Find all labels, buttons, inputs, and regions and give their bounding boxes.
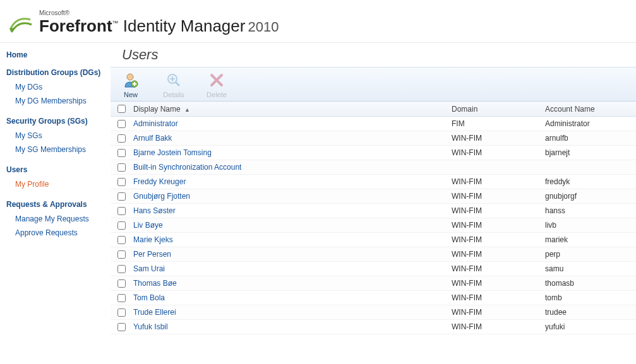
row-name-cell: Hans Søster <box>132 206 452 215</box>
row-domain-cell: WIN-FIM <box>452 322 545 331</box>
row-check-cell <box>111 205 132 217</box>
row-checkbox[interactable] <box>117 265 126 273</box>
row-checkbox[interactable] <box>117 149 126 157</box>
row-check-cell <box>111 176 132 188</box>
row-check-cell <box>111 234 132 246</box>
user-link[interactable]: Marie Kjeks <box>133 235 173 244</box>
col-header-displayname-label: Display Name <box>133 105 181 114</box>
col-header-account[interactable]: Account Name <box>545 105 636 114</box>
user-link[interactable]: Thomas Bøe <box>133 279 177 288</box>
row-checkbox[interactable] <box>117 207 126 215</box>
row-domain-cell: WIN-FIM <box>452 134 545 143</box>
row-checkbox[interactable] <box>117 120 126 128</box>
row-name-cell: Administrator <box>132 119 452 128</box>
product-logo: Microsoft® Forefront™ Identity Manager20… <box>8 9 279 36</box>
user-link[interactable]: Gnubjørg Fjotten <box>133 192 190 201</box>
nav-section-title[interactable]: Requests & Approvals <box>6 200 105 209</box>
delete-x-icon <box>204 71 229 89</box>
row-checkbox[interactable] <box>117 323 126 331</box>
nav-section-title[interactable]: Distribution Groups (DGs) <box>6 68 105 77</box>
row-account-cell: freddyk <box>545 177 636 186</box>
new-user-icon <box>118 71 143 89</box>
details-button: Details <box>161 71 186 98</box>
user-link[interactable]: Per Persen <box>133 250 171 259</box>
row-name-cell: Thomas Bøe <box>132 279 452 288</box>
nav-home[interactable]: Home <box>6 50 105 59</box>
row-domain-cell: WIN-FIM <box>452 279 545 288</box>
row-checkbox[interactable] <box>117 279 126 288</box>
row-checkbox[interactable] <box>117 178 126 186</box>
row-domain-cell: WIN-FIM <box>452 192 545 201</box>
table-row: Arnulf BakkWIN-FIMarnulfb <box>111 131 636 146</box>
user-link[interactable]: Bjarne Jostein Tomsing <box>133 148 212 157</box>
toolbar: New Details Delete <box>111 67 636 102</box>
row-account-cell: trudee <box>545 308 636 317</box>
row-account-cell: bjarnejt <box>545 148 636 157</box>
row-account-cell: hanss <box>545 206 636 215</box>
row-check-cell <box>111 161 132 173</box>
product-title: Microsoft® Forefront™ Identity Manager20… <box>39 9 279 36</box>
nav-item[interactable]: My DG Memberships <box>6 94 105 108</box>
row-check-cell <box>111 292 132 304</box>
table-row: Yufuk IsbilWIN-FIMyufuki <box>111 320 636 334</box>
table-row: Gnubjørg FjottenWIN-FIMgnubjorgf <box>111 189 636 204</box>
row-checkbox[interactable] <box>117 294 126 302</box>
row-name-cell: Liv Bøye <box>132 221 452 230</box>
magnifier-icon <box>161 71 186 89</box>
row-name-cell: Marie Kjeks <box>132 235 452 244</box>
brand-year: 2010 <box>248 19 279 35</box>
user-link[interactable]: Built-in Synchronization Account <box>133 163 241 172</box>
row-checkbox[interactable] <box>117 192 126 201</box>
user-link[interactable]: Sam Urai <box>133 264 165 273</box>
col-header-displayname[interactable]: Display Name ▲ <box>132 105 452 114</box>
user-link[interactable]: Tom Bola <box>133 293 165 302</box>
row-checkbox[interactable] <box>117 236 126 244</box>
app-header: Microsoft® Forefront™ Identity Manager20… <box>0 0 636 43</box>
user-link[interactable]: Trude Ellerei <box>133 308 176 317</box>
table-row: Bjarne Jostein TomsingWIN-FIMbjarnejt <box>111 146 636 160</box>
row-checkbox[interactable] <box>117 250 126 259</box>
row-account-cell: thomasb <box>545 279 636 288</box>
row-checkbox[interactable] <box>117 308 126 317</box>
table-row: Sam UraiWIN-FIMsamu <box>111 262 636 276</box>
row-domain-cell: WIN-FIM <box>452 221 545 230</box>
col-header-domain[interactable]: Domain <box>452 105 545 114</box>
select-all-cell <box>111 103 132 115</box>
page-title: Users <box>111 43 636 67</box>
table-header: Display Name ▲ Domain Account Name <box>111 102 636 117</box>
brand-forefront: Forefront <box>39 16 112 35</box>
svg-line-4 <box>176 82 179 86</box>
nav-item[interactable]: My DGs <box>6 80 105 94</box>
row-check-cell <box>111 263 132 275</box>
new-button[interactable]: New <box>118 71 143 98</box>
forefront-swoosh-icon <box>8 11 33 36</box>
row-checkbox[interactable] <box>117 134 126 143</box>
delete-button: Delete <box>204 71 229 98</box>
row-name-cell: Tom Bola <box>132 293 452 302</box>
row-account-cell: Administrator <box>545 119 636 128</box>
nav-section-title[interactable]: Security Groups (SGs) <box>6 117 105 126</box>
nav-item[interactable]: My SG Memberships <box>6 143 105 156</box>
nav-item[interactable]: Approve Requests <box>6 226 105 240</box>
row-domain-cell: WIN-FIM <box>452 206 545 215</box>
user-link[interactable]: Hans Søster <box>133 206 176 215</box>
row-domain-cell: WIN-FIM <box>452 264 545 273</box>
user-link[interactable]: Administrator <box>133 119 178 128</box>
svg-point-0 <box>10 28 14 32</box>
nav-item[interactable]: Manage My Requests <box>6 212 105 226</box>
nav-item[interactable]: My SGs <box>6 129 105 143</box>
user-link[interactable]: Freddy Kreuger <box>133 177 186 186</box>
user-link[interactable]: Arnulf Bakk <box>133 134 172 143</box>
row-checkbox[interactable] <box>117 163 126 172</box>
brand-tm: ™ <box>112 20 119 26</box>
row-checkbox[interactable] <box>117 221 126 230</box>
nav-item[interactable]: My Profile <box>6 177 105 191</box>
user-link[interactable]: Liv Bøye <box>133 221 163 230</box>
row-check-cell <box>111 132 132 144</box>
user-link[interactable]: Yufuk Isbil <box>133 322 168 331</box>
sidebar: Home Distribution Groups (DGs)My DGsMy D… <box>0 43 111 334</box>
select-all-checkbox[interactable] <box>117 105 126 113</box>
nav-section-title[interactable]: Users <box>6 165 105 174</box>
svg-point-1 <box>127 74 133 80</box>
row-account-cell: gnubjorgf <box>545 192 636 201</box>
